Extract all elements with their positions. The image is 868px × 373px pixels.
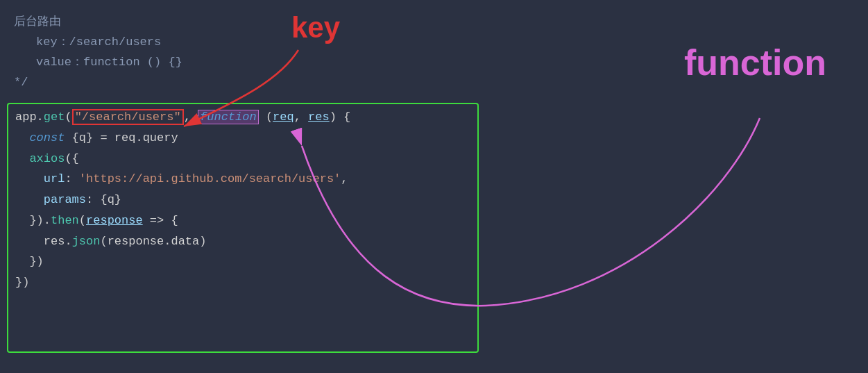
code-token: }).	[29, 214, 51, 227]
code-token: const	[29, 131, 65, 144]
code-line-3: axios({	[15, 149, 470, 169]
code-token: ({	[65, 152, 78, 165]
comment-text: value：function () {}	[36, 53, 182, 73]
code-line-6: }).then(response => {	[15, 210, 470, 231]
comment-text: 后台路由	[14, 13, 61, 33]
code-token: ,	[294, 110, 308, 124]
code-line-9: })	[15, 272, 470, 293]
code-token: : {q}	[86, 193, 121, 206]
code-token: then	[51, 214, 79, 227]
code-token: })	[29, 255, 43, 268]
function-keyword: function	[198, 110, 259, 124]
comment-line-1: 后台路由	[14, 13, 854, 33]
code-line-1: app.get("/search/users", function (req, …	[15, 107, 470, 128]
code-token: => {	[143, 214, 178, 227]
code-token: ) {	[330, 110, 351, 124]
code-token: params	[44, 193, 86, 206]
code-token: url	[44, 172, 65, 185]
code-token: :	[65, 172, 78, 185]
code-token: (response.data)	[100, 235, 206, 248]
code-token: res	[308, 110, 330, 124]
code-token: axios	[29, 152, 65, 165]
code-box: app.get("/search/users", function (req, …	[7, 103, 479, 353]
code-line-4: url: 'https://api.github.com/search/user…	[15, 169, 470, 190]
comment-text: key：/search/users	[36, 33, 161, 53]
code-line-2: const {q} = req.query	[15, 128, 470, 149]
code-token: req	[273, 110, 294, 124]
code-line-7: res.json(response.data)	[15, 231, 470, 252]
code-token: })	[15, 276, 29, 289]
code-token: res.	[44, 235, 72, 248]
code-token: response	[86, 214, 143, 227]
code-token: ,	[341, 172, 348, 185]
code-token: 'https://api.github.com/search/users'	[79, 172, 341, 185]
code-line-5: params: {q}	[15, 190, 470, 210]
code-token: app	[15, 110, 37, 124]
comment-text: */	[14, 73, 28, 93]
code-token: (	[259, 110, 273, 124]
code-token: (	[79, 214, 86, 227]
code-token: .	[37, 110, 44, 124]
function-annotation-label: function	[684, 42, 826, 83]
code-token: {q} = req.query	[65, 131, 178, 144]
route-string: "/search/users"	[72, 109, 184, 125]
code-token: get	[44, 110, 65, 124]
code-token: json	[72, 235, 101, 248]
code-token: ,	[184, 110, 198, 124]
code-line-8: })	[15, 251, 470, 272]
code-token: (	[65, 110, 71, 124]
key-annotation-label: key	[291, 11, 340, 44]
